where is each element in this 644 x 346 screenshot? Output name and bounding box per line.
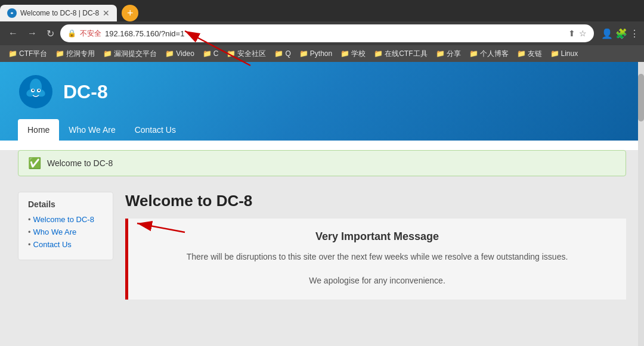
important-body-1: There will be disruptions to this site o…	[146, 250, 608, 263]
site-navigation: Home Who We Are Contact Us	[18, 119, 626, 141]
bookmark-linux[interactable]: 📁 Linux	[547, 48, 582, 59]
security-label: 不安全	[80, 29, 101, 39]
page-content: DC-8 Home Who We Are Contact Us ✅ Welcom…	[0, 62, 644, 346]
svg-point-7	[32, 89, 34, 91]
page-heading: Welcome to DC-8	[125, 192, 626, 210]
bookmark-python[interactable]: 📁 Python	[296, 48, 336, 59]
list-item: Contact Us	[28, 240, 103, 249]
sidebar-link-welcome[interactable]: Welcome to DC-8	[33, 215, 94, 224]
address-bar[interactable]: 🔒 不安全 192.168.75.160/?nid=1 ⬆ ☆	[60, 24, 594, 42]
list-item: Welcome to DC-8	[28, 215, 103, 224]
back-button[interactable]: ←	[5, 26, 21, 41]
bookmark-label: Video	[176, 49, 194, 58]
bookmark-share[interactable]: 📁 分享	[432, 48, 465, 60]
bookmarks-bar: 📁 CTF平台 📁 挖洞专用 📁 漏洞提交平台 📁 Video 📁 C 📁 安全…	[0, 45, 644, 62]
reload-button[interactable]: ↻	[43, 26, 58, 42]
sidebar: Details Welcome to DC-8 Who We Are Conta…	[18, 192, 113, 260]
folder-icon: 📁	[274, 49, 283, 58]
bookmark-label: 在线CTF工具	[385, 49, 427, 59]
content-layout: Details Welcome to DC-8 Who We Are Conta…	[0, 186, 644, 311]
drupal-logo	[18, 74, 54, 110]
success-message: ✅ Welcome to DC-8	[18, 150, 626, 176]
extensions-icon[interactable]: 🧩	[615, 28, 627, 39]
bookmark-ctf[interactable]: 📁 CTF平台	[5, 48, 51, 60]
folder-icon: 📁	[299, 49, 308, 58]
folder-icon: 📁	[374, 49, 383, 58]
bookmark-c[interactable]: 📁 C	[199, 48, 222, 59]
menu-icon[interactable]: ⋮	[630, 28, 639, 39]
site-logo-area: DC-8	[18, 74, 626, 119]
main-area: ✅ Welcome to DC-8 Details Welcome to DC-…	[0, 150, 644, 346]
bookmark-label: 个人博客	[480, 49, 509, 59]
list-item: Who We Are	[28, 227, 103, 236]
important-message-box: Very Important Message There will be dis…	[125, 219, 626, 300]
tab-favicon	[7, 8, 17, 18]
bookmark-school[interactable]: 📁 学校	[337, 48, 369, 60]
nav-item-home[interactable]: Home	[18, 119, 59, 141]
tab-title: Welcome to DC-8 | DC-8	[20, 9, 99, 17]
bookmark-label: 安全社区	[237, 49, 266, 59]
bookmark-star-icon[interactable]: ☆	[579, 29, 587, 38]
bookmark-label: CTF平台	[19, 49, 47, 59]
lock-icon: 🔒	[67, 29, 76, 38]
new-tab-button[interactable]: +	[122, 5, 138, 21]
bookmark-label: Q	[285, 49, 290, 58]
sidebar-title: Details	[28, 200, 103, 209]
folder-icon: 📁	[103, 49, 112, 58]
folder-icon: 📁	[340, 49, 349, 58]
share-icon[interactable]: ⬆	[568, 29, 575, 38]
tab-bar: Welcome to DC-8 | DC-8 ✕ +	[0, 0, 644, 21]
forward-button[interactable]: →	[24, 26, 41, 41]
important-body-2: We apologise for any inconvenience.	[146, 274, 608, 287]
check-circle-icon: ✅	[28, 157, 41, 170]
bookmark-links[interactable]: 📁 友链	[513, 48, 546, 60]
folder-icon: 📁	[203, 49, 212, 58]
folder-icon: 📁	[469, 49, 478, 58]
url-text[interactable]: 192.168.75.160/?nid=1	[105, 29, 565, 38]
bookmark-submit[interactable]: 📁 漏洞提交平台	[100, 48, 160, 60]
success-text: Welcome to DC-8	[47, 158, 113, 168]
folder-icon: 📁	[8, 49, 17, 58]
folder-icon: 📁	[165, 49, 174, 58]
bookmark-label: Python	[310, 49, 332, 58]
folder-icon: 📁	[227, 49, 236, 58]
bookmark-video[interactable]: 📁 Video	[162, 48, 197, 59]
bookmark-label: Linux	[561, 49, 578, 58]
navigation-bar: ← → ↻ 🔒 不安全 192.168.75.160/?nid=1 ⬆ ☆ 👤 …	[0, 21, 644, 45]
active-tab[interactable]: Welcome to DC-8 | DC-8 ✕	[0, 5, 117, 21]
sidebar-list: Welcome to DC-8 Who We Are Contact Us	[28, 215, 103, 249]
folder-icon: 📁	[517, 49, 526, 58]
scrollbar-thumb[interactable]	[638, 74, 644, 121]
bookmark-label: 挖洞专用	[66, 49, 95, 59]
bookmark-vulnerability[interactable]: 📁 挖洞专用	[52, 48, 98, 60]
bookmark-security[interactable]: 📁 安全社区	[223, 48, 270, 60]
important-title: Very Important Message	[146, 230, 608, 243]
browser-toolbar: 👤 🧩 ⋮	[601, 28, 639, 39]
site-header: DC-8 Home Who We Are Contact Us	[0, 62, 644, 141]
svg-point-8	[38, 89, 40, 91]
folder-icon: 📁	[55, 49, 64, 58]
nav-item-who-we-are[interactable]: Who We Are	[59, 119, 125, 141]
bookmark-q[interactable]: 📁 Q	[271, 48, 294, 59]
bookmark-label: 友链	[528, 49, 542, 59]
tab-close-button[interactable]: ✕	[103, 8, 110, 18]
bookmark-blog[interactable]: 📁 个人博客	[466, 48, 512, 60]
sidebar-link-contact[interactable]: Contact Us	[33, 240, 72, 249]
folder-icon: 📁	[436, 49, 445, 58]
bookmark-label: 学校	[351, 49, 366, 59]
site-title: DC-8	[63, 81, 108, 103]
bookmark-label: 漏洞提交平台	[114, 49, 157, 59]
folder-icon: 📁	[550, 49, 559, 58]
sidebar-link-who-we-are[interactable]: Who We Are	[33, 227, 77, 236]
scrollbar-track[interactable]	[638, 62, 644, 346]
bookmark-label: C	[213, 49, 219, 58]
nav-item-contact-us[interactable]: Contact Us	[125, 119, 185, 141]
main-content: Welcome to DC-8 Very Important Message T…	[125, 192, 626, 300]
bookmark-ctf-tools[interactable]: 📁 在线CTF工具	[370, 48, 431, 60]
bookmark-label: 分享	[447, 49, 461, 59]
profile-icon[interactable]: 👤	[601, 28, 613, 39]
